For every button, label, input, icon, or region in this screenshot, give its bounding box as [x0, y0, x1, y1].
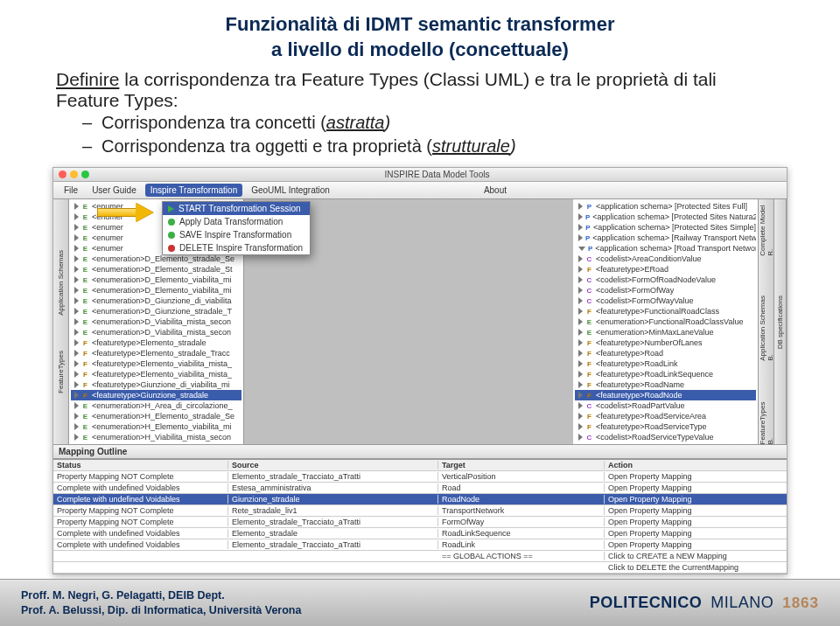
menu-file[interactable]: File: [59, 184, 83, 197]
table-row[interactable]: Complete with undefined VoidablesEstesa_…: [53, 483, 787, 494]
vtab-application-schemas[interactable]: Application Schemas: [57, 250, 65, 316]
expand-icon[interactable]: [74, 245, 79, 252]
tree-row[interactable]: E<enumeration>D_Elemento_viabilita_mi: [71, 275, 242, 285]
expand-icon[interactable]: [74, 287, 79, 294]
expand-icon[interactable]: [74, 203, 79, 210]
expand-icon[interactable]: [578, 255, 583, 262]
tree-row[interactable]: P<application schema> [Road Transport Ne…: [575, 243, 756, 254]
expand-icon[interactable]: [74, 371, 79, 378]
tree-row[interactable]: P<application schema> [Protected Sites F…: [575, 201, 756, 212]
expand-icon[interactable]: [74, 413, 79, 420]
expand-icon[interactable]: [578, 224, 583, 231]
tree-row[interactable]: F<featuretype>FunctionalRoadClass: [575, 306, 756, 316]
expand-icon[interactable]: [74, 255, 79, 262]
tree-row[interactable]: F<featuretype>Road: [575, 348, 756, 358]
zoom-icon[interactable]: [81, 170, 89, 178]
expand-icon[interactable]: [578, 276, 583, 283]
dd-delete[interactable]: DELETE Inspire Transformation: [163, 241, 310, 254]
expand-icon[interactable]: [578, 392, 583, 399]
expand-icon[interactable]: [74, 423, 79, 430]
vtab-featuretypes[interactable]: FeatureTypes: [57, 351, 65, 393]
expand-icon[interactable]: [74, 329, 79, 336]
minimize-icon[interactable]: [70, 170, 78, 178]
table-row[interactable]: Complete with undefined VoidablesGiunzio…: [53, 494, 787, 505]
table-row[interactable]: Complete with undefined VoidablesElement…: [53, 528, 787, 539]
menu-geouml-integration[interactable]: GeoUML Integration: [246, 184, 335, 197]
expand-icon[interactable]: [578, 308, 583, 315]
expand-icon[interactable]: [74, 234, 79, 241]
table-row[interactable]: Property Mapping NOT CompleteRete_strada…: [53, 505, 787, 517]
tree-row[interactable]: F<featuretype>RoadServiceArea: [575, 411, 756, 421]
dd-start-session[interactable]: START Transformation Session: [163, 202, 310, 215]
tree-row[interactable]: F<featuretype>RoadName: [575, 379, 756, 390]
tree-row[interactable]: F<featuretype>Elemento_viabilita_mista_: [71, 369, 242, 379]
tree-row[interactable]: E<enumeration>H_Elemento_viabilita_mi: [71, 421, 242, 432]
tree-row[interactable]: F<featuretype>Giunzione_di_viabilita_mi: [71, 379, 242, 390]
tree-row[interactable]: E<enumeration>H_Area_di_circolazione_: [71, 400, 242, 411]
tree-row[interactable]: C<codelist>RoadServiceTypeValue: [575, 432, 756, 442]
expand-icon[interactable]: [578, 434, 583, 441]
expand-icon[interactable]: [578, 247, 585, 251]
tree-row[interactable]: C<codelist>FormOfWayValue: [575, 296, 756, 306]
expand-icon[interactable]: [578, 203, 583, 210]
tree-row[interactable]: C<codelist>RoadPartValue: [575, 400, 756, 411]
tree-row[interactable]: F<featuretype>RoadNode: [575, 390, 756, 400]
tree-row[interactable]: E<enumeration>D_Giunzione_di_viabilita: [71, 296, 242, 306]
tree-row[interactable]: F<featuretype>Rete_della_viabilita_mist: [71, 442, 242, 444]
table-row[interactable]: == GLOBAL ACTIONS ==Click to CREATE a NE…: [53, 551, 787, 562]
tree-row[interactable]: E<enumeration>D_Viabilita_mista_secon: [71, 327, 242, 337]
expand-icon[interactable]: [578, 350, 583, 357]
dd-save[interactable]: SAVE Inspire Transformation: [163, 228, 310, 241]
tree-row[interactable]: F<featuretype>RoadServiceType: [575, 421, 756, 432]
tree-row[interactable]: C<codelist>AreaConditionValue: [575, 254, 756, 264]
tree-row[interactable]: F<featuretype>Elemento_viabilita_mista_: [71, 358, 242, 369]
tree-row[interactable]: P<application schema> [Railway Transport…: [575, 233, 756, 243]
tree-row[interactable]: C<codelist>FormOfRoadNodeValue: [575, 275, 756, 285]
expand-icon[interactable]: [578, 402, 583, 409]
tree-row[interactable]: E<enumeration>H_Viabilita_mista_secon: [71, 432, 242, 442]
expand-icon[interactable]: [74, 350, 79, 357]
tree-row[interactable]: F<featuretype>Elemento_stradale: [71, 337, 242, 348]
tree-row[interactable]: E<enumeration>D_Giunzione_stradale_T: [71, 306, 242, 316]
expand-icon[interactable]: [74, 224, 79, 231]
expand-icon[interactable]: [74, 360, 79, 367]
expand-icon[interactable]: [578, 423, 583, 430]
expand-icon[interactable]: [74, 392, 79, 399]
vtab-application-schemas-b[interactable]: Application Schemas B.: [759, 291, 774, 361]
expand-icon[interactable]: [578, 329, 583, 336]
expand-icon[interactable]: [578, 371, 583, 378]
vtab-db-specifications[interactable]: DB specifications: [776, 296, 784, 349]
expand-icon[interactable]: [578, 297, 583, 304]
expand-icon[interactable]: [74, 276, 79, 283]
tree-row[interactable]: E<enumeration>D_Elemento_stradale_St: [71, 264, 242, 275]
table-row[interactable]: Property Mapping NOT CompleteElemento_st…: [53, 471, 787, 483]
vtab-featuretypes-b[interactable]: FeatureTypes B.: [759, 396, 774, 444]
close-icon[interactable]: [59, 170, 66, 178]
expand-icon[interactable]: [74, 266, 79, 273]
expand-icon[interactable]: [578, 360, 583, 367]
dd-apply[interactable]: Apply Data Transformation: [163, 215, 310, 228]
tree-row[interactable]: E<enumeration>H_Elemento_stradale_Se: [71, 411, 242, 421]
expand-icon[interactable]: [578, 234, 583, 241]
menu-inspire-transformation[interactable]: Inspire Transformation: [145, 184, 243, 197]
tree-row[interactable]: F<featuretype>RoadLink: [575, 358, 756, 369]
expand-icon[interactable]: [578, 339, 583, 346]
tree-row[interactable]: F<featuretype>Elemento_stradale_Tracc: [71, 348, 242, 358]
vtab-complete-model[interactable]: Complete Model R.: [759, 199, 774, 256]
expand-icon[interactable]: [74, 297, 79, 304]
tree-row[interactable]: E<enumeration>FunctionalRoadClassValue: [575, 316, 756, 327]
tree-row[interactable]: C<codelist>FormOfWay: [575, 285, 756, 296]
menu-user-guide[interactable]: User Guide: [87, 184, 142, 197]
tree-row[interactable]: F<featuretype>Giunzione_stradale: [71, 390, 242, 400]
tree-row[interactable]: F<featuretype>NumberOfLanes: [575, 337, 756, 348]
expand-icon[interactable]: [578, 213, 583, 220]
table-row[interactable]: Complete with undefined VoidablesElement…: [53, 539, 787, 551]
expand-icon[interactable]: [578, 381, 583, 388]
expand-icon[interactable]: [578, 266, 583, 273]
expand-icon[interactable]: [74, 402, 79, 409]
expand-icon[interactable]: [74, 381, 79, 388]
expand-icon[interactable]: [74, 339, 79, 346]
table-row[interactable]: Click to DELETE the CurrentMapping: [53, 562, 787, 574]
expand-icon[interactable]: [578, 413, 583, 420]
expand-icon[interactable]: [578, 318, 583, 325]
